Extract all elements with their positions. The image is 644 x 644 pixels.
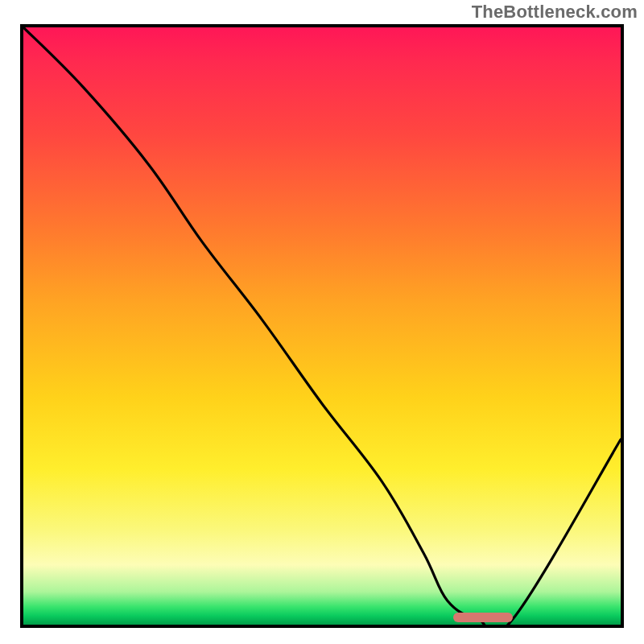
optimal-range-marker: [453, 613, 513, 622]
chart-container: TheBottleneck.com: [0, 0, 644, 644]
watermark-text: TheBottleneck.com: [472, 2, 638, 23]
plot-frame: [20, 24, 624, 628]
curve-path: [23, 27, 621, 625]
bottleneck-curve: [23, 27, 621, 625]
